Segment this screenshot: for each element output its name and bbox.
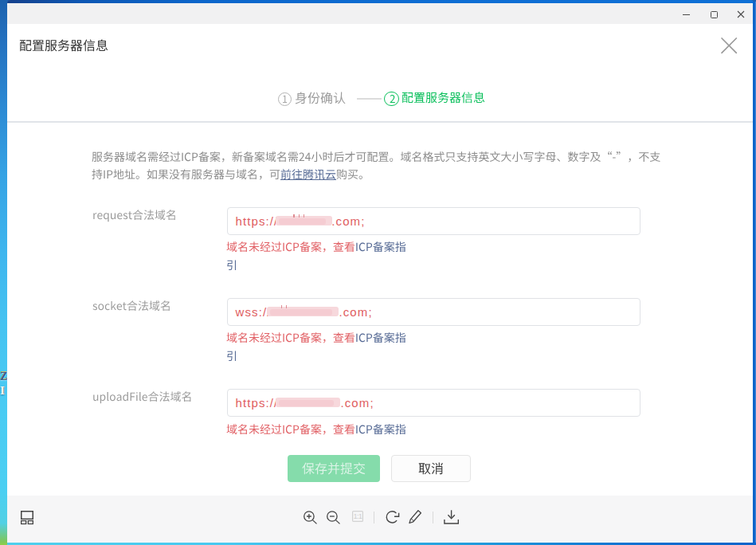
svg-text:1:1: 1:1 — [354, 512, 362, 520]
